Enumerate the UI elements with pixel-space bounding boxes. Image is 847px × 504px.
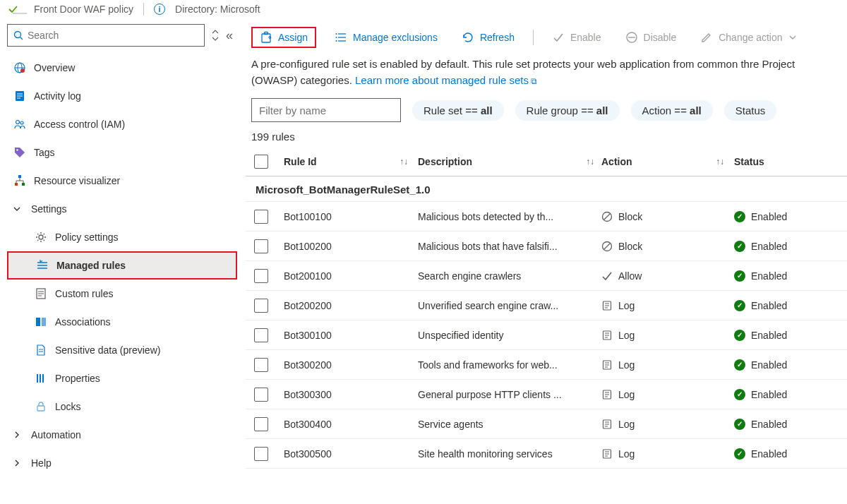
help-group-label: Help — [31, 457, 52, 469]
sidebar-item-properties[interactable]: Properties — [7, 364, 237, 392]
col-description[interactable]: Description↑↓ — [418, 156, 601, 167]
sidebar-item-tags[interactable]: Tags — [7, 138, 237, 167]
rule-status-cell: ✓Enabled — [734, 211, 840, 222]
sidebar-item-activity-log[interactable]: Activity log — [7, 82, 237, 110]
table-row[interactable]: Bot300500Site health monitoring services… — [246, 439, 847, 469]
sidebar-item-managed-rules[interactable]: Managed rules — [7, 251, 237, 280]
filter-pill-ruleset[interactable]: Rule set == all — [412, 100, 504, 121]
rule-group-header[interactable]: Microsoft_BotManagerRuleSet_1.0 — [246, 176, 847, 202]
assign-label: Assign — [278, 32, 308, 43]
chevron-right-icon — [13, 431, 24, 439]
intro-text: A pre-configured rule set is enabled by … — [246, 56, 847, 98]
sidebar-group-automation[interactable]: Automation — [7, 421, 237, 449]
table-row[interactable]: Bot300100Unspecified identityLog✓Enabled — [246, 320, 847, 350]
row-checkbox[interactable] — [254, 417, 268, 431]
row-checkbox[interactable] — [254, 358, 268, 372]
sidebar-item-associations[interactable]: Associations — [7, 308, 237, 336]
sidebar-item-overview[interactable]: Overview — [7, 54, 237, 82]
select-all-checkbox[interactable] — [254, 155, 268, 169]
external-link-icon: ⧉ — [531, 76, 537, 86]
tag-icon — [13, 146, 27, 159]
sort-icon: ↑↓ — [400, 157, 408, 167]
row-checkbox[interactable] — [254, 210, 268, 224]
people-icon — [13, 118, 27, 131]
manage-exclusions-label: Manage exclusions — [353, 32, 438, 43]
col-action[interactable]: Action↑↓ — [601, 156, 734, 167]
rule-action-cell: Block — [601, 241, 734, 252]
chevron-down-icon — [13, 205, 24, 213]
sidebar-item-resource-visualizer[interactable]: Resource visualizer — [7, 167, 237, 195]
row-checkbox[interactable] — [254, 299, 268, 313]
table-row[interactable]: Bot300300General purpose HTTP clients ..… — [246, 380, 847, 409]
table-row[interactable]: Bot300400Service agentsLog✓Enabled — [246, 409, 847, 439]
rule-id-cell: Bot200100 — [284, 270, 418, 282]
disable-icon — [625, 31, 638, 44]
assign-button[interactable]: Assign — [251, 27, 316, 48]
rule-action-cell: Log — [601, 419, 734, 430]
sidebar-item-locks[interactable]: Locks — [7, 392, 237, 421]
disable-button[interactable]: Disable — [620, 28, 683, 47]
sidebar-item-custom-rules[interactable]: Custom rules — [7, 280, 237, 308]
table-row[interactable]: Bot300200Tools and frameworks for web...… — [246, 350, 847, 380]
filter-pill-action[interactable]: Action == all — [631, 100, 713, 121]
filter-by-name-input[interactable] — [251, 98, 401, 122]
status-ok-icon: ✓ — [734, 448, 745, 460]
learn-more-link[interactable]: Learn more about managed rule sets⧉ — [355, 74, 537, 86]
rule-id-cell: Bot300500 — [284, 448, 418, 460]
saved-check-icon — [8, 5, 24, 13]
rule-action-cell: Block — [601, 211, 734, 222]
manage-exclusions-button[interactable]: Manage exclusions — [329, 28, 443, 47]
rule-desc-cell: Search engine crawlers — [418, 270, 601, 282]
table-row[interactable]: Bot200100Search engine crawlersAllow✓Ena… — [246, 261, 847, 291]
sort-icon: ↑↓ — [586, 157, 594, 167]
sidebar-group-help[interactable]: Help — [7, 449, 237, 477]
collapse-sidebar-icon[interactable]: « — [226, 28, 233, 43]
rules-icon — [35, 259, 49, 272]
refresh-button[interactable]: Refresh — [456, 28, 520, 47]
search-input[interactable] — [28, 30, 198, 41]
svg-point-6 — [20, 68, 25, 73]
table-row[interactable]: Bot100100Malicious bots detected by th..… — [246, 202, 847, 232]
chevron-down-icon — [788, 33, 797, 42]
col-status[interactable]: Status — [734, 156, 840, 167]
search-icon — [13, 30, 23, 40]
toolbar-divider — [533, 30, 534, 45]
svg-point-43 — [336, 37, 337, 38]
expand-collapse-icon[interactable] — [212, 30, 219, 41]
refresh-icon — [462, 31, 474, 44]
table-row[interactable]: Bot200200Unverified search engine craw..… — [246, 291, 847, 320]
svg-rect-15 — [15, 183, 18, 186]
header-bar: Front Door WAF policy i Directory: Micro… — [0, 0, 847, 18]
sidebar-search-row: « — [7, 24, 237, 47]
row-checkbox[interactable] — [254, 328, 268, 342]
assoc-icon — [34, 316, 48, 328]
sidebar-item-access-control-iam-[interactable]: Access control (IAM) — [7, 110, 237, 138]
rule-status-cell: ✓Enabled — [734, 448, 840, 460]
row-checkbox[interactable] — [254, 447, 268, 461]
change-action-button[interactable]: Change action — [695, 28, 802, 47]
filter-bar: Rule set == all Rule group == all Action… — [246, 98, 847, 128]
props-icon — [34, 372, 48, 385]
sidebar-item-policy-settings[interactable]: Policy settings — [7, 223, 237, 251]
rule-desc-cell: Site health monitoring services — [418, 448, 601, 460]
app-root: Front Door WAF policy i Directory: Micro… — [0, 0, 847, 504]
row-checkbox[interactable] — [254, 388, 268, 402]
svg-point-21 — [39, 235, 43, 239]
filter-pill-status[interactable]: Status — [724, 100, 777, 121]
lock-icon — [34, 400, 48, 413]
log-icon — [13, 90, 27, 102]
rule-action-cell: Log — [601, 448, 734, 460]
table-row[interactable]: Bot100200Malicious bots that have falsif… — [246, 232, 847, 261]
info-icon[interactable]: i — [154, 4, 165, 15]
filter-pill-rulegroup[interactable]: Rule group == all — [515, 100, 620, 121]
enable-button[interactable]: Enable — [546, 28, 607, 47]
row-checkbox[interactable] — [254, 269, 268, 283]
row-checkbox[interactable] — [254, 239, 268, 253]
sidebar-item-sensitive-data-preview-[interactable]: Sensitive data (preview) — [7, 336, 237, 364]
rule-id-cell: Bot300400 — [284, 419, 418, 430]
svg-rect-37 — [262, 34, 270, 42]
sidebar-search-box[interactable] — [7, 24, 205, 47]
sidebar-group-settings[interactable]: Settings — [7, 195, 237, 223]
col-rule-id[interactable]: Rule Id↑↓ — [284, 156, 418, 167]
svg-line-48 — [604, 213, 611, 220]
